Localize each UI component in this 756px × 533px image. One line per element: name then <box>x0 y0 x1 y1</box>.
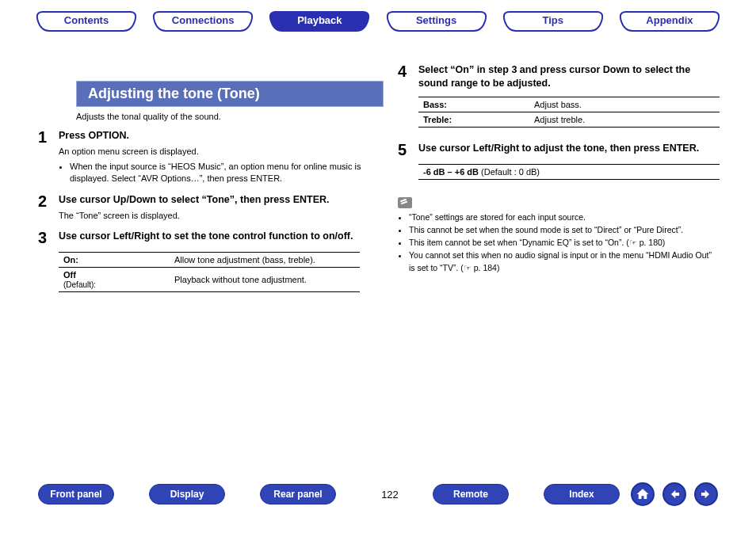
tab-connections[interactable]: Connections <box>150 11 256 32</box>
tab-label: Settings <box>416 14 456 26</box>
cell-val: Adjust treble. <box>529 112 720 127</box>
note-icon <box>398 197 412 208</box>
note-item: You cannot set this when no audio signal… <box>409 249 720 273</box>
right-column: 4 Select “On” in step 3 and press cursor… <box>398 63 720 292</box>
step-title: Use cursor Left/Right to adjust the tone… <box>418 142 720 155</box>
cell-key: On: <box>63 255 78 265</box>
tab-label: Tips <box>543 14 564 26</box>
left-column: Adjusting the tone (Tone) Adjusts the to… <box>38 63 379 292</box>
step-number: 5 <box>398 142 418 158</box>
next-page-button[interactable] <box>694 482 718 506</box>
table-row: Off (Default): Playback without tone adj… <box>59 268 360 292</box>
step-number: 1 <box>38 129 59 185</box>
range-value: -6 dB – +6 dB <box>423 167 479 177</box>
note-item: This cannot be set when the sound mode i… <box>409 224 720 236</box>
cell-val: Allow tone adjustment (bass, treble). <box>170 253 360 268</box>
tab-label: Appendix <box>646 14 693 26</box>
step-number: 4 <box>398 63 418 90</box>
note-item: “Tone” settings are stored for each inpu… <box>409 211 720 223</box>
home-button[interactable] <box>631 482 655 506</box>
page-number: 122 <box>371 489 409 501</box>
step-3: 3 Use cursor Left/Right to set the tone … <box>38 230 379 246</box>
prev-page-button[interactable] <box>662 482 686 506</box>
front-panel-button[interactable]: Front panel <box>38 484 114 504</box>
tab-label: Connections <box>172 14 235 26</box>
step-2: 2 Use cursor Up/Down to select “Tone”, t… <box>38 193 379 222</box>
step-1: 1 Press OPTION. An option menu screen is… <box>38 129 379 185</box>
step-number: 2 <box>38 193 59 222</box>
step-4: 4 Select “On” in step 3 and press cursor… <box>398 63 720 90</box>
step-title: Select “On” in step 3 and press cursor D… <box>418 63 720 90</box>
content-columns: Adjusting the tone (Tone) Adjusts the to… <box>0 63 756 292</box>
arrow-right-icon <box>700 488 712 501</box>
step-title: Use cursor Left/Right to set the tone co… <box>59 230 379 243</box>
step-title: Press OPTION. <box>59 129 379 143</box>
table-row: Treble: Adjust treble. <box>418 112 720 127</box>
tab-contents[interactable]: Contents <box>33 11 139 32</box>
tone-onoff-table: On: Allow tone adjustment (bass, treble)… <box>59 252 360 292</box>
bullet-item: When the input source is “HEOS Music”, a… <box>70 161 379 185</box>
step-5: 5 Use cursor Left/Right to adjust the to… <box>398 142 720 158</box>
step-title: Use cursor Up/Down to select “Tone”, the… <box>59 193 379 207</box>
step-bullets: When the input source is “HEOS Music”, a… <box>59 161 379 185</box>
display-button[interactable]: Display <box>149 484 225 504</box>
home-icon <box>636 487 650 501</box>
remote-button[interactable]: Remote <box>433 484 509 504</box>
arrow-left-icon <box>668 488 681 501</box>
tab-tips[interactable]: Tips <box>500 11 606 32</box>
tab-appendix[interactable]: Appendix <box>617 11 723 32</box>
step-desc: The “Tone” screen is displayed. <box>59 210 379 222</box>
cell-sub: (Default): <box>63 280 96 289</box>
table-row: On: Allow tone adjustment (bass, treble)… <box>59 253 360 268</box>
step-number: 3 <box>38 230 59 246</box>
top-nav: Contents Connections Playback Settings T… <box>0 0 756 32</box>
tone-db-range: -6 dB – +6 dB (Default : 0 dB) <box>418 164 720 180</box>
tab-label: Contents <box>64 14 109 26</box>
table-row: Bass: Adjust bass. <box>418 97 720 112</box>
cell-key: Off <box>63 270 76 280</box>
cell-val: Playback without tone adjustment. <box>170 268 360 292</box>
tab-label: Playback <box>297 14 342 26</box>
section-intro: Adjusts the tonal quality of the sound. <box>76 112 379 121</box>
range-default: (Default : 0 dB) <box>479 167 540 177</box>
cell-val: Adjust bass. <box>529 97 720 112</box>
cell-key: Bass: <box>423 100 447 109</box>
notes-list: “Tone” settings are stored for each inpu… <box>398 211 720 274</box>
tab-settings[interactable]: Settings <box>384 11 490 32</box>
rear-panel-button[interactable]: Rear panel <box>260 484 336 504</box>
index-button[interactable]: Index <box>544 484 620 504</box>
tone-range-table: Bass: Adjust bass. Treble: Adjust treble… <box>418 97 720 128</box>
note-item: This item cannot be set when “Dynamic EQ… <box>409 237 720 249</box>
bottom-bar: Front panel Display Rear panel 122 Remot… <box>0 482 756 506</box>
tab-playback[interactable]: Playback <box>266 11 372 32</box>
section-title: Adjusting the tone (Tone) <box>76 81 384 107</box>
step-desc: An option menu screen is displayed. <box>59 146 379 158</box>
cell-key: Treble: <box>423 115 452 124</box>
